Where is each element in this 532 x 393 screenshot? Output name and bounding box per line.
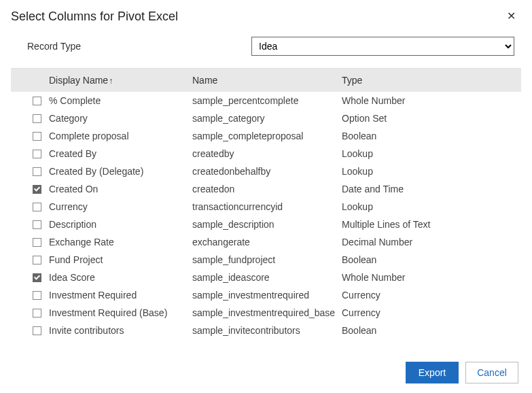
cell-display-name: Investment Required (Base) <box>49 307 192 318</box>
cell-display-name: % Complete <box>49 95 192 106</box>
cell-type: Lookup <box>342 201 521 212</box>
table-row[interactable]: CurrencytransactioncurrencyidLookup <box>11 198 521 216</box>
cell-name: transactioncurrencyid <box>192 201 342 212</box>
cell-name: sample_invitecontributors <box>192 325 342 336</box>
table-row[interactable]: Created By (Delegate)createdonbehalfbyLo… <box>11 163 521 180</box>
cell-type: Lookup <box>342 343 521 343</box>
row-checkbox[interactable] <box>33 203 41 211</box>
header-type[interactable]: Type <box>342 75 521 86</box>
table-row[interactable]: Investment Required (Base)sample_investm… <box>11 304 521 322</box>
cell-name: sample_completeproposal <box>192 131 342 141</box>
cell-display-name: Description <box>49 219 192 230</box>
row-checkbox[interactable] <box>33 185 41 194</box>
cell-type: Boolean <box>342 325 521 336</box>
table-row[interactable]: Created BycreatedbyLookup <box>11 145 521 163</box>
cell-type: Boolean <box>342 131 521 141</box>
row-checkbox[interactable] <box>33 291 41 300</box>
header-display-name-text: Display Name <box>49 75 108 86</box>
row-checkbox[interactable] <box>33 150 41 158</box>
cell-display-name: Investment Required <box>49 290 192 301</box>
cell-name: createdby <box>192 148 342 159</box>
row-checkbox[interactable] <box>33 97 41 105</box>
cell-type: Whole Number <box>342 272 521 283</box>
row-checkbox[interactable] <box>33 220 41 229</box>
row-checkbox[interactable] <box>33 309 41 318</box>
cell-display-name: Invite contributors <box>49 325 192 336</box>
cell-name: sample_fundproject <box>192 254 342 265</box>
row-checkbox[interactable] <box>33 132 41 141</box>
table-row[interactable]: Invite contributorssample_invitecontribu… <box>11 322 521 339</box>
cancel-button[interactable]: Cancel <box>465 362 518 383</box>
cell-name: sample_investmentrequired <box>192 290 342 301</box>
sort-ascending-icon: ↑ <box>109 76 113 86</box>
cell-display-name: Complete proposal <box>49 131 192 141</box>
row-checkbox[interactable] <box>33 273 41 282</box>
cell-name: sample_description <box>192 219 342 230</box>
table-row[interactable]: Exchange RateexchangerateDecimal Number <box>11 233 521 251</box>
cell-type: Lookup <box>342 166 521 177</box>
cell-type: Decimal Number <box>342 237 521 247</box>
row-checkbox[interactable] <box>33 167 41 176</box>
table-row[interactable]: Complete proposalsample_completeproposal… <box>11 127 521 145</box>
cell-display-name: Category <box>49 113 192 124</box>
grid-header-row: Display Name↑ Name Type <box>11 69 521 92</box>
cell-display-name: Fund Project <box>49 254 192 265</box>
columns-grid: Display Name↑ Name Type % Completesample… <box>11 68 521 343</box>
cell-type: Currency <box>342 307 521 318</box>
cell-name: sample_percentcomplete <box>192 95 342 106</box>
cell-display-name: Exchange Rate <box>49 237 192 247</box>
dialog-footer: Export Cancel <box>0 354 532 393</box>
record-type-select[interactable]: Idea <box>251 37 514 56</box>
record-type-label: Record Type <box>27 41 238 52</box>
cell-type: Lookup <box>342 148 521 159</box>
row-checkbox[interactable] <box>33 326 41 335</box>
cell-type: Multiple Lines of Text <box>342 219 521 230</box>
table-row[interactable]: % Completesample_percentcompleteWhole Nu… <box>11 92 521 109</box>
table-row[interactable]: Created OncreatedonDate and Time <box>11 180 521 198</box>
cell-name: exchangerate <box>192 237 342 247</box>
cell-name: createdonbehalfby <box>192 166 342 177</box>
cell-type: Boolean <box>342 254 521 265</box>
cell-name: modifiedby <box>192 343 342 343</box>
cell-type: Currency <box>342 290 521 301</box>
table-row[interactable]: Idea Scoresample_ideascoreWhole Number <box>11 269 521 286</box>
dialog-title: Select Columns for Pivot Excel <box>11 10 178 24</box>
cell-display-name: Created By (Delegate) <box>49 166 192 177</box>
table-row[interactable]: Investment Requiredsample_investmentrequ… <box>11 286 521 304</box>
table-row[interactable]: Categorysample_categoryOption Set <box>11 109 521 127</box>
cell-display-name: Modified By <box>49 343 192 343</box>
close-icon: ✕ <box>507 10 516 22</box>
table-row[interactable]: Fund Projectsample_fundprojectBoolean <box>11 251 521 269</box>
cell-name: sample_category <box>192 113 342 124</box>
cell-display-name: Created By <box>49 148 192 159</box>
header-display-name[interactable]: Display Name↑ <box>33 75 192 86</box>
table-row[interactable]: Modified BymodifiedbyLookup <box>11 339 521 343</box>
cell-name: createdon <box>192 184 342 194</box>
close-button[interactable]: ✕ <box>504 8 518 24</box>
row-checkbox[interactable] <box>33 114 41 123</box>
cell-display-name: Currency <box>49 201 192 212</box>
export-button[interactable]: Export <box>406 362 459 383</box>
cell-name: sample_investmentrequired_base <box>192 307 342 318</box>
header-name[interactable]: Name <box>192 75 342 86</box>
cell-type: Date and Time <box>342 184 521 194</box>
row-checkbox[interactable] <box>33 238 41 247</box>
cell-type: Whole Number <box>342 95 521 106</box>
table-row[interactable]: Descriptionsample_descriptionMultiple Li… <box>11 216 521 233</box>
cell-display-name: Idea Score <box>49 272 192 283</box>
row-checkbox[interactable] <box>33 256 41 264</box>
grid-body[interactable]: % Completesample_percentcompleteWhole Nu… <box>11 92 521 343</box>
cell-type: Option Set <box>342 113 521 124</box>
cell-display-name: Created On <box>49 184 192 194</box>
cell-name: sample_ideascore <box>192 272 342 283</box>
